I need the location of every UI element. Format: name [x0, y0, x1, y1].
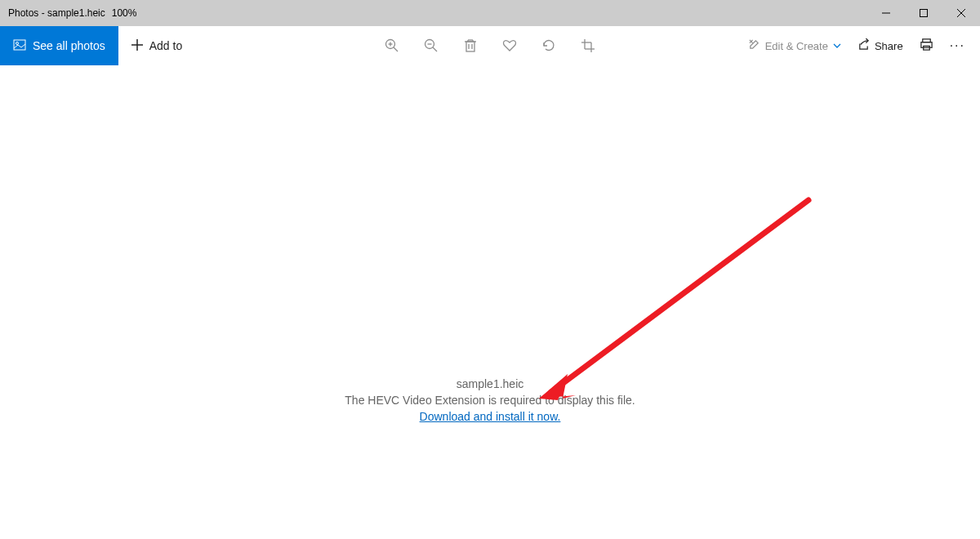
- edit-icon: [748, 38, 760, 53]
- edit-create-label: Edit & Create: [765, 40, 828, 52]
- chevron-down-icon: [833, 40, 841, 52]
- share-icon: [858, 38, 870, 53]
- see-all-label: See all photos: [33, 39, 105, 52]
- maximize-button[interactable]: [905, 0, 942, 26]
- error-message: sample1.heic The HEVC Video Extension is…: [0, 377, 980, 423]
- download-link[interactable]: Download and install it now.: [420, 410, 561, 423]
- share-label: Share: [875, 40, 903, 52]
- more-button[interactable]: ···: [950, 38, 965, 53]
- window-controls: [867, 0, 980, 26]
- svg-rect-1: [920, 10, 928, 17]
- svg-point-5: [16, 42, 19, 44]
- photo-icon: [13, 38, 26, 54]
- crop-icon[interactable]: [581, 38, 595, 53]
- svg-rect-15: [466, 42, 474, 51]
- zoom-out-icon[interactable]: [424, 38, 439, 53]
- add-to-button[interactable]: Add to: [118, 26, 195, 65]
- titlebar-title: Photos - sample1.heic 100%: [0, 7, 136, 19]
- toolbar-right: Edit & Create Share ···: [748, 26, 980, 65]
- close-button[interactable]: [942, 0, 980, 26]
- titlebar: Photos - sample1.heic 100%: [0, 0, 980, 26]
- annotation-arrow: [535, 196, 813, 400]
- add-to-label: Add to: [149, 39, 182, 52]
- svg-line-9: [394, 47, 398, 51]
- svg-line-13: [433, 47, 437, 51]
- delete-icon[interactable]: [463, 38, 478, 53]
- content-area: sample1.heic The HEVC Video Extension is…: [0, 65, 980, 539]
- svg-rect-29: [921, 42, 932, 47]
- svg-line-31: [551, 200, 808, 392]
- rotate-icon[interactable]: [541, 38, 556, 53]
- print-button[interactable]: [920, 38, 933, 55]
- see-all-photos-button[interactable]: See all photos: [0, 26, 118, 65]
- app-name: Photos - sample1.heic: [8, 7, 105, 19]
- svg-rect-4: [14, 40, 25, 50]
- edit-create-button[interactable]: Edit & Create: [748, 38, 841, 53]
- toolbar: See all photos Add to E: [0, 26, 980, 65]
- message-filename: sample1.heic: [0, 377, 980, 390]
- zoom-level: 100%: [112, 7, 137, 19]
- favorite-icon[interactable]: [502, 38, 517, 53]
- share-button[interactable]: Share: [858, 38, 903, 53]
- zoom-in-icon[interactable]: [385, 38, 399, 53]
- plus-icon: [131, 39, 143, 53]
- minimize-button[interactable]: [867, 0, 905, 26]
- message-text: The HEVC Video Extension is required to …: [0, 394, 980, 407]
